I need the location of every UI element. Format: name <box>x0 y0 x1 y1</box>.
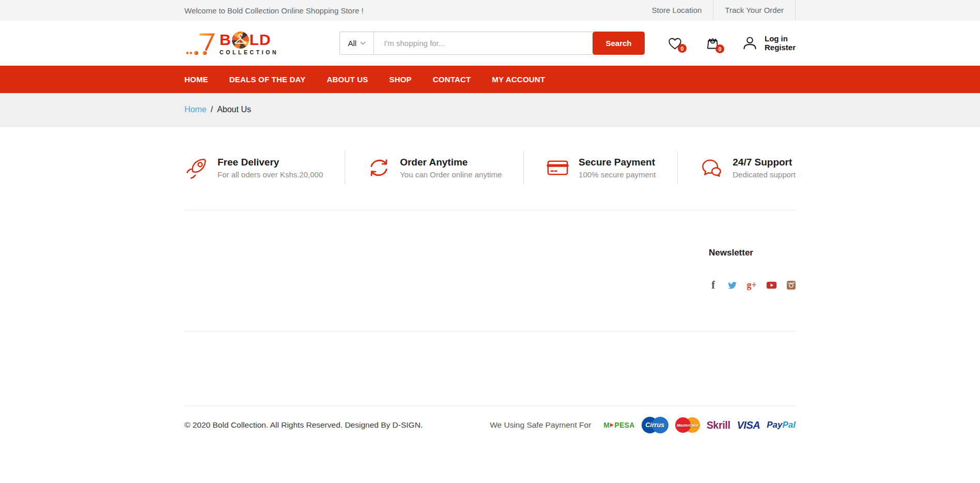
social-links: f g+ <box>709 280 796 290</box>
footer-widgets: Newsletter f g+ <box>184 210 796 331</box>
divider <box>184 331 796 331</box>
search-button[interactable]: Search <box>593 32 645 55</box>
payment-label: We Using Safe Payment For <box>490 420 591 430</box>
breadcrumb-current: About Us <box>217 105 251 114</box>
wishlist-count-badge: 0 <box>678 44 687 53</box>
brand-word: BLD <box>220 31 278 49</box>
nav-item-about[interactable]: ABOUT US <box>326 75 368 84</box>
main-nav: HOME DEALS OF THE DAY ABOUT US SHOP CONT… <box>0 66 980 93</box>
divider <box>345 151 345 184</box>
breadcrumb-bar: Home / About Us <box>0 93 980 127</box>
feature-title: Secure Payment <box>579 157 656 168</box>
cart-button[interactable]: 0 <box>705 36 720 51</box>
logo-o-hanger-icon <box>232 32 249 49</box>
mpesa-logo: MPESA <box>603 421 634 429</box>
header-actions: 0 0 <box>645 35 796 52</box>
mastercard-logo: MasterCard <box>675 417 700 433</box>
newsletter-title: Newsletter <box>709 248 796 258</box>
nav-item-contact[interactable]: CONTACT <box>433 75 471 84</box>
track-order-link[interactable]: Track Your Order <box>713 0 796 21</box>
brand-subtitle: COLLECTION <box>220 49 278 55</box>
feature-subtitle: For all oders over Kshs.20,000 <box>217 170 323 179</box>
feature-title: Free Delivery <box>217 157 323 168</box>
search-input[interactable] <box>374 32 593 54</box>
visa-logo: VISA <box>737 419 760 431</box>
cart-logo-icon <box>184 29 217 58</box>
newsletter-widget: Newsletter f g+ <box>709 248 796 290</box>
breadcrumb-home-link[interactable]: Home <box>184 105 207 114</box>
wishlist-button[interactable]: 0 <box>667 36 682 50</box>
welcome-text: Welcome to Bold Collection Online Shoppi… <box>184 6 364 15</box>
youtube-icon[interactable] <box>767 280 776 290</box>
feature-subtitle: You can Order online anytime <box>400 170 502 179</box>
feature-subtitle: Dedicated support <box>733 170 796 179</box>
store-location-link[interactable]: Store Location <box>641 0 714 21</box>
nav-item-deals[interactable]: DEALS OF THE DAY <box>229 75 306 84</box>
cart-count-badge: 0 <box>715 44 724 53</box>
rocket-icon <box>184 156 209 180</box>
credit-card-icon <box>546 156 570 180</box>
mpesa-arrow-icon <box>610 423 614 427</box>
chat-icon <box>699 156 724 180</box>
facebook-icon[interactable]: f <box>709 280 718 290</box>
logo[interactable]: BLD COLLECTION <box>184 29 278 58</box>
feature-secure-payment: Secure Payment 100% secure payment <box>546 156 656 180</box>
copyright-text: © 2020 Bold Collection. All Rights Reser… <box>184 420 423 430</box>
header: BLD COLLECTION All Search 0 <box>0 21 980 66</box>
cirrus-logo: Cirrus <box>642 417 668 433</box>
breadcrumb-separator: / <box>211 105 213 114</box>
footer: © 2020 Bold Collection. All Rights Reser… <box>184 405 796 433</box>
twitter-icon[interactable] <box>728 280 737 290</box>
skrill-logo: Skrill <box>707 419 730 431</box>
feature-order-anytime: Order Anytime You can Order online anyti… <box>367 156 502 180</box>
paypal-logo: PayPal <box>767 420 796 430</box>
payment-methods: We Using Safe Payment For MPESA Cirrus M… <box>490 417 796 433</box>
nav-item-home[interactable]: HOME <box>184 75 208 84</box>
topbar-links: Store Location Track Your Order <box>641 0 796 21</box>
divider <box>677 151 678 184</box>
login-link[interactable]: Log in <box>765 35 796 43</box>
account-area: Log in Register <box>742 35 796 52</box>
features-section: Free Delivery For all oders over Kshs.20… <box>184 127 796 210</box>
google-plus-icon[interactable]: g+ <box>747 280 756 290</box>
feature-title: 24/7 Support <box>733 157 796 168</box>
category-select[interactable]: All <box>340 32 374 54</box>
feature-subtitle: 100% secure payment <box>579 170 656 179</box>
feature-title: Order Anytime <box>400 157 502 168</box>
nav-item-shop[interactable]: SHOP <box>389 75 411 84</box>
refresh-icon <box>367 156 391 180</box>
nav-item-account[interactable]: MY ACCOUNT <box>492 75 545 84</box>
breadcrumb: Home / About Us <box>184 105 796 114</box>
divider <box>523 151 524 184</box>
top-bar: Welcome to Bold Collection Online Shoppi… <box>0 0 980 21</box>
user-icon[interactable] <box>742 35 758 51</box>
feature-support: 24/7 Support Dedicated support <box>699 156 796 180</box>
chevron-down-icon <box>360 41 366 45</box>
feature-free-delivery: Free Delivery For all oders over Kshs.20… <box>184 156 323 180</box>
search-bar: All Search <box>339 32 645 55</box>
register-link[interactable]: Register <box>765 43 796 52</box>
instagram-icon[interactable] <box>787 280 796 290</box>
